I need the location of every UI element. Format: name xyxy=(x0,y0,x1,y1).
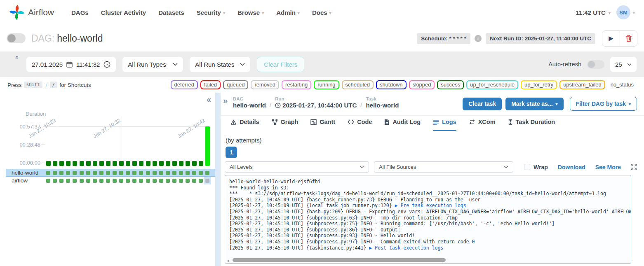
run-bar-success[interactable] xyxy=(86,161,91,166)
filter-dag-by-task-button[interactable]: Filter DAG by task ▾ xyxy=(570,97,637,111)
auto-refresh-toggle[interactable] xyxy=(587,60,604,69)
task-instance-success[interactable] xyxy=(139,171,143,175)
task-instance-success[interactable] xyxy=(80,179,84,183)
legend-badge-queued[interactable]: queued xyxy=(223,80,248,89)
tab-task-duration[interactable]: Task Duration xyxy=(508,119,555,131)
task-instance-success[interactable] xyxy=(46,171,50,175)
task-instance-success[interactable] xyxy=(66,179,70,183)
nav-item-docs[interactable]: Docs▾ xyxy=(312,9,331,16)
task-instance-success[interactable] xyxy=(86,171,90,175)
task-instance-success[interactable] xyxy=(86,179,90,183)
task-instance-success[interactable] xyxy=(59,171,63,175)
run-types-select[interactable]: All Run Types xyxy=(122,57,183,72)
legend-badge-up-for-reschedule[interactable]: up_for_reschedule xyxy=(466,80,518,89)
task-instance-success[interactable] xyxy=(139,179,143,183)
clear-task-button[interactable]: Clear task xyxy=(463,98,502,110)
trigger-dag-button[interactable]: ▶ xyxy=(602,31,620,46)
mark-state-button[interactable]: Mark state as... ▾ xyxy=(505,98,563,110)
clear-filters-button[interactable]: Clear Filters xyxy=(257,57,304,72)
task-instance-success[interactable] xyxy=(186,171,190,175)
tab-gantt[interactable]: Gantt xyxy=(310,119,335,131)
run-bar-success[interactable] xyxy=(106,161,110,166)
tab-details[interactable]: Details xyxy=(230,119,259,131)
tab-code[interactable]: Code xyxy=(348,119,372,131)
task-instance-success[interactable] xyxy=(199,179,203,183)
legend-badge-running[interactable]: running xyxy=(314,80,339,89)
breadcrumb-dag[interactable]: DAG hello-world xyxy=(233,96,266,109)
log-group-link[interactable]: ▶ Pre task execution logs xyxy=(395,203,466,208)
task-instance-success[interactable] xyxy=(99,171,103,175)
task-instance-success[interactable] xyxy=(66,171,70,175)
log-output[interactable]: hello-world-hello-world-ejsf6fhi*** Foun… xyxy=(225,175,631,264)
breadcrumb-run[interactable]: Run 2025-01-27, 10:44:00 UTC xyxy=(275,96,357,109)
nav-item-browse[interactable]: Browse▾ xyxy=(237,9,264,16)
breadcrumb-task[interactable]: Task hello-world xyxy=(366,96,399,109)
task-instance-success[interactable] xyxy=(53,171,57,175)
task-instance-success[interactable] xyxy=(73,171,77,175)
legend-badge-removed[interactable]: removed xyxy=(251,80,279,89)
scrollbar-thumb[interactable] xyxy=(233,258,446,262)
run-bar-success[interactable] xyxy=(172,161,177,166)
legend-badge-success[interactable]: success xyxy=(437,80,464,89)
task-instance-success[interactable] xyxy=(159,171,163,175)
run-bar-success[interactable] xyxy=(179,161,183,166)
task-name-hello-world[interactable]: hello-world xyxy=(12,170,38,176)
wrap-checkbox[interactable]: Wrap xyxy=(524,164,548,170)
task-instance-success[interactable] xyxy=(199,171,203,175)
task-instance-success[interactable] xyxy=(192,171,196,175)
nav-item-datasets[interactable]: Datasets xyxy=(158,9,184,16)
task-instance-success[interactable] xyxy=(146,179,150,183)
task-instance-success[interactable] xyxy=(166,179,170,183)
task-instance-success[interactable] xyxy=(113,171,117,175)
legend-badge-upstream-failed[interactable]: upstream_failed xyxy=(559,80,605,89)
log-group-link[interactable]: ▶ Post task execution logs xyxy=(369,245,443,251)
run-states-select[interactable]: All Run States xyxy=(190,57,250,72)
run-bar-success[interactable] xyxy=(199,161,203,166)
task-instance-none[interactable] xyxy=(205,179,209,183)
task-instance-success[interactable] xyxy=(153,179,157,183)
info-icon[interactable]: i xyxy=(475,35,482,42)
run-bar-success[interactable] xyxy=(66,161,71,166)
legend-badge-scheduled[interactable]: scheduled xyxy=(342,80,374,89)
task-instance-success[interactable] xyxy=(172,171,176,175)
log-level-select[interactable]: All Levels xyxy=(225,161,369,173)
checkbox-icon[interactable] xyxy=(524,164,530,170)
legend-badge-shutdown[interactable]: shutdown xyxy=(376,80,407,89)
legend-badge-up-for-retry[interactable]: up_for_retry xyxy=(521,80,557,89)
run-bar-success[interactable] xyxy=(153,161,157,166)
file-source-select[interactable]: All File Sources xyxy=(374,161,513,173)
nav-item-cluster-activity[interactable]: Cluster Activity xyxy=(101,9,146,16)
run-bar-success[interactable] xyxy=(146,161,150,166)
run-bar-success[interactable] xyxy=(53,161,57,166)
task-instance-success[interactable] xyxy=(119,171,123,175)
run-bar-success[interactable] xyxy=(46,161,51,166)
fullscreen-icon[interactable] xyxy=(631,164,637,170)
nav-item-admin[interactable]: Admin▾ xyxy=(276,9,300,16)
task-instance-success[interactable] xyxy=(166,171,170,175)
task-instance-success[interactable] xyxy=(186,179,190,183)
task-instance-success[interactable] xyxy=(179,171,183,175)
task-instance-success[interactable] xyxy=(153,171,157,175)
task-name-airflow[interactable]: airflow xyxy=(12,177,28,184)
panel-gutter[interactable] xyxy=(215,93,221,266)
task-instance-success[interactable] xyxy=(192,179,196,183)
task-instance-success[interactable] xyxy=(172,179,176,183)
run-bar-success[interactable] xyxy=(166,161,170,166)
task-instance-success[interactable] xyxy=(159,179,163,183)
timezone-menu[interactable]: 11:42 UTC ▾ xyxy=(576,9,611,16)
run-bar-running[interactable] xyxy=(205,126,210,166)
task-instance-success[interactable] xyxy=(119,179,123,183)
delete-dag-button[interactable] xyxy=(620,31,637,46)
tab-logs[interactable]: Logs xyxy=(433,119,456,131)
user-menu[interactable]: SM ▾ xyxy=(616,5,635,19)
task-instance-success[interactable] xyxy=(113,179,117,183)
task-instance-success[interactable] xyxy=(132,171,136,175)
run-bar-success[interactable] xyxy=(80,161,84,166)
task-instance-success[interactable] xyxy=(46,179,50,183)
airflow-home-link[interactable]: Airflow xyxy=(9,5,54,20)
scroll-left-icon[interactable]: ◀ xyxy=(227,258,229,264)
run-bar-success[interactable] xyxy=(132,161,137,166)
collapse-grid-icon[interactable]: « xyxy=(207,95,211,104)
nav-item-dags[interactable]: DAGs xyxy=(71,9,89,16)
legend-badge-skipped[interactable]: skipped xyxy=(409,80,435,89)
